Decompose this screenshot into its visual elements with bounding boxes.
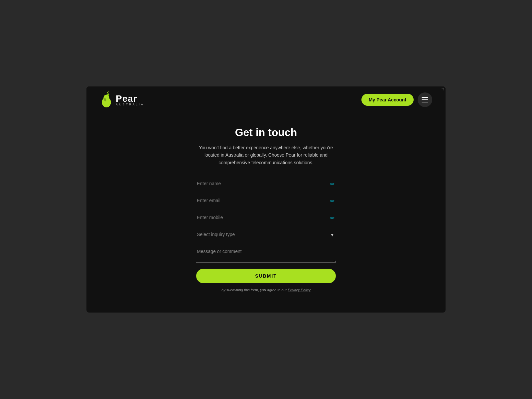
name-edit-icon: ✏ <box>330 181 334 187</box>
pear-logo-icon <box>100 91 113 108</box>
hamburger-menu-button[interactable] <box>418 92 432 107</box>
inquiry-type-select[interactable]: Select inquiry type General Enquiry Supp… <box>196 229 336 240</box>
logo-subtitle: AUSTRALIA <box>116 103 144 106</box>
logo-text-group: Pear AUSTRALIA <box>116 93 144 106</box>
mobile-edit-icon: ✏ <box>330 214 334 221</box>
main-content: Get in touch You won't find a better exp… <box>86 113 446 313</box>
contact-form: ✏ ✏ ✏ Select inquiry type General Enquir… <box>196 178 336 292</box>
mobile-input[interactable] <box>196 212 336 223</box>
email-field-group: ✏ <box>196 195 336 206</box>
menu-line-1 <box>422 97 428 98</box>
message-textarea[interactable] <box>196 246 336 263</box>
resize-handle[interactable] <box>442 88 444 90</box>
logo-brand-name: Pear <box>116 93 137 104</box>
privacy-policy-link[interactable]: Privacy Policy <box>288 288 310 292</box>
mobile-field-group: ✏ <box>196 212 336 223</box>
privacy-notice: by submitting this form, you agree to ou… <box>196 288 336 292</box>
page-title: Get in touch <box>235 126 297 139</box>
my-pear-account-button[interactable]: My Pear Account <box>361 94 414 106</box>
email-edit-icon: ✏ <box>330 198 334 204</box>
email-input[interactable] <box>196 195 336 206</box>
menu-line-3 <box>422 102 428 102</box>
name-input[interactable] <box>196 178 336 189</box>
name-field-group: ✏ <box>196 178 336 189</box>
submit-button[interactable]: SUBMIT <box>196 269 336 283</box>
nav-right: My Pear Account <box>361 92 432 107</box>
menu-line-2 <box>422 99 428 100</box>
logo-area: Pear AUSTRALIA <box>100 91 144 108</box>
browser-window: Pear AUSTRALIA My Pear Account Get in to… <box>86 86 446 313</box>
navbar: Pear AUSTRALIA My Pear Account <box>86 86 446 113</box>
page-subtitle: You won't find a better experience anywh… <box>193 144 339 166</box>
inquiry-select-group: Select inquiry type General Enquiry Supp… <box>196 229 336 240</box>
privacy-text-prefix: by submitting this form, you agree to ou… <box>221 288 287 292</box>
